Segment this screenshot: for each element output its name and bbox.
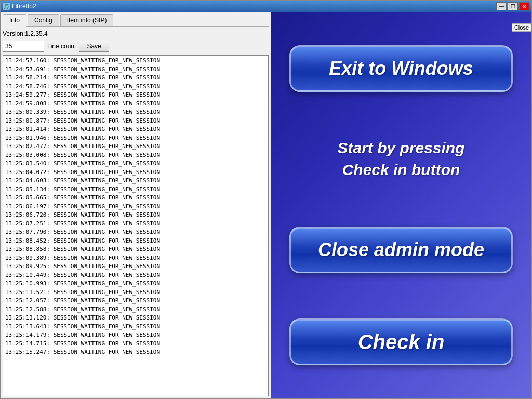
tab-item-info[interactable]: Item info (SIP): [60, 14, 114, 26]
controls-row: Line count Save: [3, 41, 269, 52]
log-line: 13:24:57.160: SESSION_WAITING_FOR_NEW_SE…: [5, 57, 266, 65]
log-line: 13:24:59.808: SESSION_WAITING_FOR_NEW_SE…: [5, 100, 266, 109]
log-line: 13:25:11.521: SESSION_WAITING_FOR_NEW_SE…: [5, 288, 266, 297]
log-line: 13:25:01.414: SESSION_WAITING_FOR_NEW_SE…: [5, 125, 266, 134]
log-area: 13:24:57.160: SESSION_WAITING_FOR_NEW_SE…: [3, 55, 269, 396]
log-line: 13:25:00.877: SESSION_WAITING_FOR_NEW_SE…: [5, 117, 266, 126]
log-line: 13:25:07.251: SESSION_WAITING_FOR_NEW_SE…: [5, 220, 266, 229]
close-admin-mode-button[interactable]: Close admin mode: [289, 227, 513, 273]
start-text-line2: Check in button: [337, 159, 464, 181]
exit-to-windows-button[interactable]: Exit to Windows: [289, 45, 513, 92]
window-title: Libretto2: [12, 3, 36, 10]
log-line: 13:25:12.588: SESSION_WAITING_FOR_NEW_SE…: [5, 305, 266, 314]
app-icon: 🎵: [3, 3, 10, 10]
log-line: 13:25:08.858: SESSION_WAITING_FOR_NEW_SE…: [5, 245, 266, 254]
save-button[interactable]: Save: [79, 41, 109, 52]
log-line: 13:24:57.691: SESSION_WAITING_FOR_NEW_SE…: [5, 65, 266, 74]
start-instructions: Start by pressing Check in button: [337, 137, 464, 181]
line-count-label: Line count: [47, 43, 76, 50]
main-content: Info Config Item info (SIP) Version:1.2.…: [1, 12, 531, 398]
close-label: Close: [512, 23, 531, 32]
log-line: 13:25:06.197: SESSION_WAITING_FOR_NEW_SE…: [5, 203, 266, 211]
log-line: 13:25:14.715: SESSION_WAITING_FOR_NEW_SE…: [5, 340, 266, 349]
check-in-button[interactable]: Check in: [289, 318, 513, 365]
log-line: 13:25:09.389: SESSION_WAITING_FOR_NEW_SE…: [5, 254, 266, 263]
tab-config[interactable]: Config: [28, 14, 59, 26]
log-line: 13:25:05.665: SESSION_WAITING_FOR_NEW_SE…: [5, 194, 266, 203]
log-line: 13:25:04.603: SESSION_WAITING_FOR_NEW_SE…: [5, 177, 266, 185]
log-line: 13:25:10.449: SESSION_WAITING_FOR_NEW_SE…: [5, 271, 266, 280]
log-line: 13:25:14.179: SESSION_WAITING_FOR_NEW_SE…: [5, 331, 266, 340]
start-text-line1: Start by pressing: [337, 137, 464, 159]
log-line: 13:25:13.643: SESSION_WAITING_FOR_NEW_SE…: [5, 323, 266, 331]
left-panel: Info Config Item info (SIP) Version:1.2.…: [1, 12, 271, 398]
log-line: 13:24:58.214: SESSION_WAITING_FOR_NEW_SE…: [5, 74, 266, 83]
log-line: 13:25:06.720: SESSION_WAITING_FOR_NEW_SE…: [5, 211, 266, 220]
maximize-button[interactable]: ❐: [508, 2, 518, 10]
log-line: 13:25:13.120: SESSION_WAITING_FOR_NEW_SE…: [5, 314, 266, 323]
log-line: 13:25:08.452: SESSION_WAITING_FOR_NEW_SE…: [5, 237, 266, 246]
title-bar-left: 🎵 Libretto2: [3, 3, 36, 10]
log-line: 13:25:03.008: SESSION_WAITING_FOR_NEW_SE…: [5, 151, 266, 160]
title-bar-buttons: — ❐ ✕: [496, 2, 529, 10]
log-line: 13:25:12.057: SESSION_WAITING_FOR_NEW_SE…: [5, 297, 266, 305]
close-button[interactable]: ✕: [519, 2, 529, 10]
log-line: 13:25:03.540: SESSION_WAITING_FOR_NEW_SE…: [5, 159, 266, 168]
title-bar: 🎵 Libretto2 — ❐ ✕: [1, 1, 531, 12]
log-line: 13:25:02.477: SESSION_WAITING_FOR_NEW_SE…: [5, 142, 266, 151]
log-line: 13:25:00.339: SESSION_WAITING_FOR_NEW_SE…: [5, 108, 266, 117]
tab-info[interactable]: Info: [3, 14, 26, 27]
minimize-button[interactable]: —: [496, 2, 507, 10]
log-line: 13:25:09.925: SESSION_WAITING_FOR_NEW_SE…: [5, 262, 266, 271]
line-count-input[interactable]: [3, 41, 44, 52]
log-line: 13:25:04.072: SESSION_WAITING_FOR_NEW_SE…: [5, 168, 266, 177]
log-line: 13:25:10.993: SESSION_WAITING_FOR_NEW_SE…: [5, 280, 266, 288]
log-line: 13:25:15.247: SESSION_WAITING_FOR_NEW_SE…: [5, 348, 266, 357]
version-label: Version:1.2.35.4: [3, 30, 269, 37]
tab-bar: Info Config Item info (SIP): [3, 14, 269, 27]
log-line: 13:24:58.746: SESSION_WAITING_FOR_NEW_SE…: [5, 83, 266, 91]
log-line: 13:24:59.277: SESSION_WAITING_FOR_NEW_SE…: [5, 91, 266, 100]
log-line: 13:25:05.134: SESSION_WAITING_FOR_NEW_SE…: [5, 185, 266, 194]
main-window: 🎵 Libretto2 — ❐ ✕ Close Info Config Item…: [0, 0, 532, 399]
log-line: 13:25:07.790: SESSION_WAITING_FOR_NEW_SE…: [5, 228, 266, 237]
right-panel: Exit to Windows Start by pressing Check …: [271, 12, 531, 398]
log-line: 13:25:01.946: SESSION_WAITING_FOR_NEW_SE…: [5, 134, 266, 143]
